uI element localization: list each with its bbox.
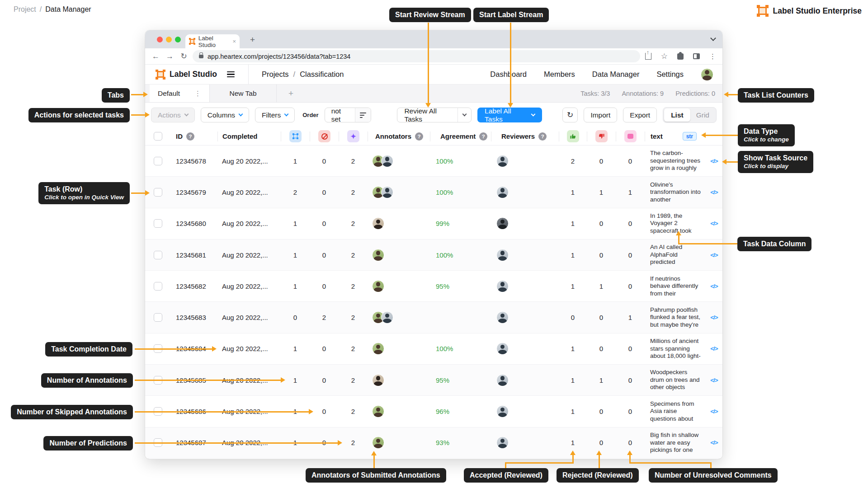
reviewer-avatar[interactable] [496,436,509,449]
task-row[interactable]: 12345678Aug 20 2022,...102100%200The car… [145,145,722,177]
rejected-icon[interactable] [595,130,608,142]
reviewer-avatar[interactable] [496,280,509,292]
data-type-badge[interactable]: str [683,132,697,141]
reviewer-avatar[interactable] [496,343,509,355]
annotations-count-icon[interactable] [289,130,302,142]
accepted-icon[interactable] [567,130,579,142]
row-checkbox[interactable] [154,313,162,322]
row-checkbox[interactable] [154,219,162,228]
refresh-button[interactable]: ↻ [562,108,578,122]
help-icon[interactable]: ? [186,132,194,141]
add-tab-icon[interactable]: + [277,84,305,102]
annotator-avatar[interactable] [372,436,384,449]
help-icon[interactable]: ? [415,132,423,141]
task-source-icon[interactable]: </> [706,220,722,227]
col-reviewers[interactable]: Reviewers [501,132,535,140]
task-row[interactable]: 12345679Aug 20 2022,...202100%111Olivine… [145,177,722,208]
traffic-light-close[interactable] [157,37,163,42]
reviewer-avatar[interactable] [496,217,509,230]
back-icon[interactable]: ← [149,52,163,61]
review-dropdown-icon[interactable] [458,108,471,122]
col-text[interactable]: text [651,132,663,140]
browser-tab[interactable]: Label Studio × [185,34,240,48]
url-field[interactable]: app.heartex.com/projects/123456/data?tab… [193,50,640,62]
annotator-avatar[interactable] [381,155,393,167]
reviewer-avatar[interactable] [496,186,509,198]
order-control[interactable]: not set [325,108,372,122]
task-row[interactable]: 12345680Aug 20 2022,...10299%100In 1989,… [145,208,722,239]
task-row[interactable]: 12345681Aug 20 2022,...102100%100An AI c… [145,239,722,271]
grid-view-button[interactable]: Grid [690,111,715,119]
annotator-avatar[interactable] [372,405,384,418]
traffic-light-minimize[interactable] [166,37,172,42]
review-all-tasks-button[interactable]: Review All Tasks [397,108,472,122]
nav-members[interactable]: Members [544,70,575,79]
nav-data-manager[interactable]: Data Manager [592,70,640,79]
task-source-icon[interactable]: </> [706,252,722,258]
share-icon[interactable] [645,53,651,60]
annotator-avatar[interactable] [372,374,384,386]
col-annotators[interactable]: Annotators [375,132,411,140]
traffic-light-zoom[interactable] [175,37,181,42]
export-button[interactable]: Export [623,108,657,122]
reviewer-avatar[interactable] [496,249,509,261]
task-source-icon[interactable]: </> [706,158,722,164]
filters-button[interactable]: Filters [255,108,295,122]
annotator-avatar[interactable] [381,186,393,198]
tab-default[interactable]: Default ⋮ [150,84,210,102]
chevron-down-icon[interactable] [710,35,716,41]
task-source-icon[interactable]: </> [706,314,722,321]
row-checkbox[interactable] [154,282,162,291]
task-source-icon[interactable]: </> [706,408,722,415]
app-brand[interactable]: Label Studio [145,70,217,80]
reviewer-avatar[interactable] [496,311,509,324]
breadcrumb-root[interactable]: Project [14,5,36,14]
comments-icon[interactable] [624,130,637,142]
import-button[interactable]: Import [584,108,617,122]
annotator-avatar[interactable] [372,249,384,261]
app-breadcrumb-root[interactable]: Projects [262,70,289,79]
help-icon[interactable]: ? [479,132,487,141]
tab-close-icon[interactable]: × [232,38,236,45]
task-row[interactable]: 12345683Aug 20 2022,...022001Pahrump poo… [145,302,722,333]
task-row[interactable]: 12345682Aug 20 2022,...10295%110If neutr… [145,271,722,302]
row-checkbox[interactable] [154,251,162,259]
skipped-annotations-icon[interactable] [318,130,330,142]
actions-button[interactable]: Actions [151,108,195,122]
sort-icon[interactable] [355,108,371,122]
task-source-icon[interactable]: </> [706,189,722,196]
tab-menu-icon[interactable]: ⋮ [194,89,201,98]
label-all-tasks-button[interactable]: Label All Tasks [477,108,542,122]
help-icon[interactable]: ? [538,132,547,141]
select-all-checkbox[interactable] [154,132,162,141]
user-avatar[interactable] [701,68,713,81]
list-view-button[interactable]: List [664,108,690,122]
col-id[interactable]: ID [176,132,183,140]
task-source-icon[interactable]: </> [706,345,722,352]
predictions-icon[interactable]: ✦ [347,130,359,142]
annotator-avatar[interactable] [372,217,384,230]
task-source-icon[interactable]: </> [706,283,722,290]
side-panel-icon[interactable] [693,53,700,59]
tab-new-tab[interactable]: New Tab [210,84,277,102]
task-source-icon[interactable]: </> [706,377,722,384]
row-checkbox[interactable] [154,157,162,165]
annotator-avatar[interactable] [381,311,393,324]
annotator-avatar[interactable] [372,280,384,292]
reviewer-avatar[interactable] [496,374,509,386]
reload-icon[interactable]: ↻ [177,52,191,61]
reviewer-avatar[interactable] [496,155,509,167]
new-tab-icon[interactable]: + [250,35,255,45]
row-checkbox[interactable] [154,188,162,197]
nav-dashboard[interactable]: Dashboard [490,70,527,79]
forward-icon[interactable]: → [163,52,177,61]
bookmark-star-icon[interactable]: ☆ [661,52,668,61]
reviewer-avatar[interactable] [496,405,509,418]
task-source-icon[interactable]: </> [706,439,722,446]
nav-settings[interactable]: Settings [656,70,684,79]
col-agreement[interactable]: Agreement [440,132,476,140]
task-row[interactable]: 12345684Aug 20 2022,...102100%100Million… [145,333,722,365]
extensions-icon[interactable] [677,53,684,60]
hamburger-menu-icon[interactable] [227,71,235,77]
columns-button[interactable]: Columns [201,108,249,122]
